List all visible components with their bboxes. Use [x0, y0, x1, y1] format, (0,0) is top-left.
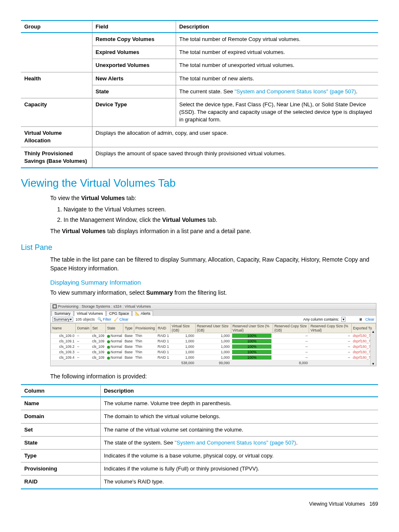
table-row[interactable]: cls_109.4--cls_109NormalBaseThinRAID 11,…: [51, 355, 376, 360]
th-description: Description: [100, 385, 378, 397]
cell-desc: The total number of new alerts.: [176, 72, 378, 85]
heading-viewing-vv-tab: Viewing the Virtual Volumes Tab: [21, 177, 378, 190]
cell-desc: Displays the amount of space saved throu…: [92, 147, 378, 168]
summary-p: To view summary information, select Summ…: [50, 288, 378, 297]
status-dot-icon: [107, 340, 110, 343]
cell-field: Device Type: [92, 98, 176, 126]
status-dot-icon: [107, 346, 110, 349]
cell-description: Indicates if the volume is a base volume…: [100, 450, 378, 463]
cell-group-health: Health: [21, 72, 92, 98]
cell-field: New Alerts: [92, 72, 176, 85]
grid-header[interactable]: Reserved User Size (% Virtual): [231, 324, 273, 333]
column-description-table: Column Description NameThe volume name. …: [21, 384, 378, 489]
cell-column: Type: [21, 450, 100, 463]
th-column: Column: [21, 385, 100, 397]
cell-field: Expired Volumes: [92, 46, 176, 59]
cell-description: The volume's RAID type.: [100, 475, 378, 489]
grid-header[interactable]: Virtual Size (GB): [170, 324, 195, 333]
tab-cpg-space[interactable]: CPG Space: [106, 311, 132, 316]
below-steps: The Virtual Volumes tab displays informa…: [50, 227, 378, 236]
cell-column: Set: [21, 423, 100, 436]
cell-column: RAID: [21, 475, 100, 489]
after-screenshot-p: The following information is provided:: [50, 372, 378, 381]
clear-link-2[interactable]: Clear: [365, 317, 374, 321]
table-row[interactable]: cls_109.3--cls_109NormalBaseThinRAID 11,…: [51, 350, 376, 355]
cell-field: Unexported Volumes: [92, 59, 176, 72]
cell-desc: The total number of expired virtual volu…: [176, 46, 378, 59]
table-row[interactable]: cls_109.0--cls_109NormalBaseThinRAID 11,…: [51, 333, 376, 339]
filter-link[interactable]: 🔍 Filter: [97, 317, 112, 321]
page-footer: Viewing Virtual Volumes 169: [21, 501, 378, 507]
cell-group-blank: [21, 33, 92, 72]
cell-column: Provisioning: [21, 463, 100, 475]
status-dot-icon: [107, 357, 110, 360]
link-status-icons[interactable]: "System and Component Status Icons" (pag…: [235, 88, 356, 95]
cell-column: Domain: [21, 410, 100, 423]
embedded-screenshot: 🔲 Provisioning : Storage Systems : s324 …: [50, 303, 376, 366]
heading-displaying-summary: Displaying Summary Information: [50, 279, 378, 286]
table-row[interactable]: cls_109.1--cls_109NormalBaseThinRAID 11,…: [51, 339, 376, 344]
cell-desc: Displays the allocation of admin, copy, …: [92, 126, 378, 147]
total-rcopy: 8,000: [273, 360, 309, 366]
cell-column: State: [21, 436, 100, 449]
breadcrumb: 🔲 Provisioning : Storage Systems : s324 …: [52, 304, 151, 308]
tab-summary[interactable]: Summary: [51, 311, 74, 316]
grid-header[interactable]: State: [106, 324, 123, 333]
grid-header[interactable]: RAID: [156, 324, 170, 333]
cell-desc: The total number of unexported virtual v…: [176, 59, 378, 72]
grid-header[interactable]: Name: [51, 324, 76, 333]
step-1: Navigate to the Virtual Volumes screen.: [64, 205, 378, 214]
status-dot-icon: [107, 351, 110, 354]
cell-description: Indicates if the volume is fully (Full) …: [100, 463, 378, 475]
tab-alerts[interactable]: 📐 Alerts: [132, 311, 153, 316]
link-status-icons[interactable]: "System and Component Status Icons" (pag…: [175, 439, 296, 446]
grid-header[interactable]: Provisioning: [134, 324, 156, 333]
cell-field: State: [92, 85, 176, 98]
cell-description: The name of the virtual volume set conta…: [100, 423, 378, 436]
cell-desc: Select the device type, Fast Class (FC),…: [176, 98, 378, 126]
th-description: Description: [176, 21, 378, 33]
any-column-label: Any column contains:: [303, 317, 339, 321]
tab-strip: Summary Virtual Volumes CPG Space 📐 Aler…: [51, 310, 376, 316]
grid-header[interactable]: Reserved Copy Size (% Virtual): [309, 324, 352, 333]
grid-header[interactable]: Reserved Copy Size (GB): [273, 324, 309, 333]
th-group: Group: [21, 21, 92, 33]
table-row[interactable]: cls_109.2--cls_109NormalBaseThinRAID 11,…: [51, 344, 376, 350]
grid-header[interactable]: Reserved User Size (GB): [195, 324, 231, 333]
cell-group-vva: Virtual Volume Allocation: [21, 126, 92, 147]
listpane-p: The table in the list pane can be filter…: [50, 255, 378, 273]
grid-header[interactable]: Type: [123, 324, 134, 333]
group-field-description-table: Group Field Description Remote Copy Volu…: [21, 20, 378, 168]
cell-desc: The total number of Remote Copy virtual …: [176, 33, 378, 46]
anycol-dropdown[interactable]: ▾: [341, 317, 345, 322]
cell-description: The volume name. Volume tree depth in pa…: [100, 397, 378, 410]
th-field: Field: [92, 21, 176, 33]
scrollbar[interactable]: ▴ ▾: [370, 329, 376, 366]
export-icon[interactable]: 🖥: [359, 317, 363, 321]
cell-group-capacity: Capacity: [21, 98, 92, 126]
cell-group-tps: Thinly Provisioned Savings (Base Volumes…: [21, 147, 92, 168]
intro-line: To view the Virtual Volumes tab:: [50, 194, 378, 203]
cell-description: The state of the system. See "System and…: [100, 436, 378, 449]
scroll-up-icon[interactable]: ▴: [371, 329, 376, 334]
grid-header[interactable]: Domain: [76, 324, 91, 333]
cell-field: Remote Copy Volumes: [92, 33, 176, 46]
filter-dropdown[interactable]: Summary ▾: [52, 317, 73, 322]
heading-list-pane: List Pane: [21, 243, 378, 252]
status-dot-icon: [107, 335, 110, 338]
cell-desc: The current state. See "System and Compo…: [176, 85, 378, 98]
total-ruser: 99,090: [195, 360, 231, 366]
tab-virtual-volumes[interactable]: Virtual Volumes: [74, 311, 106, 316]
object-count: 105 objects: [76, 317, 95, 321]
scroll-down-icon[interactable]: ▾: [371, 362, 376, 366]
total-vsize: 538,000: [170, 360, 195, 366]
cell-description: The domain to which the virtual volume b…: [100, 410, 378, 423]
vv-grid: NameDomainSetStateTypeProvisioningRAIDVi…: [51, 323, 376, 366]
grid-header[interactable]: Set: [91, 324, 105, 333]
cell-column: Name: [21, 397, 100, 410]
step-2: In the Management Window, click the Virt…: [64, 216, 378, 224]
clear-link[interactable]: 🧹 Clear: [114, 317, 128, 321]
